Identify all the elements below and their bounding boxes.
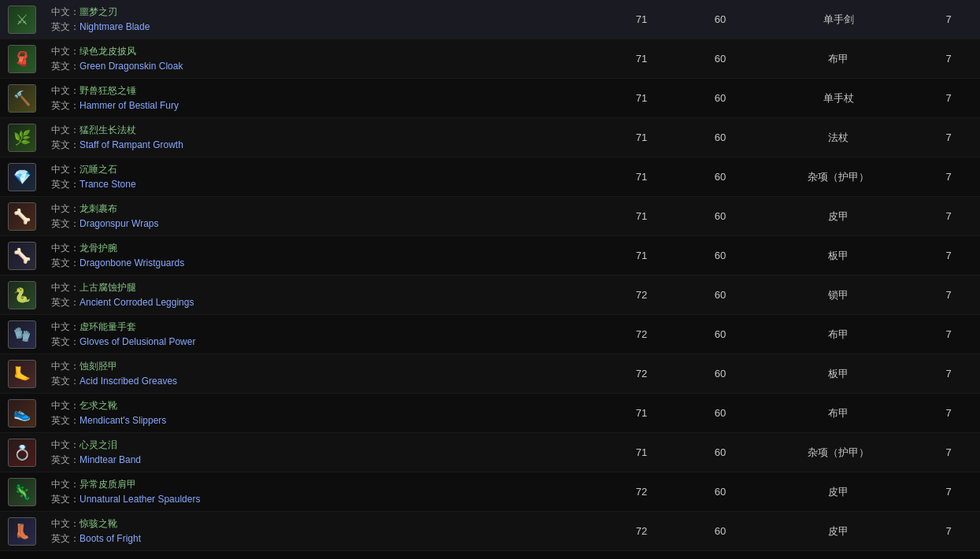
item-req-level: 60 [681,210,760,222]
item-count: 7 [917,53,980,65]
item-name-col: 中文：噩梦之刃 英文：Nightmare Blade [43,1,602,39]
item-req-level: 60 [681,131,760,143]
item-icon-col: 🦴 [0,239,43,273]
item-level: 71 [602,210,681,222]
item-req-level: 60 [681,92,760,104]
item-icon-col: 💎 [0,160,43,194]
table-row[interactable]: ⚔ 中文：噩梦之刃 英文：Nightmare Blade 71 60 单手剑 7 [0,0,980,39]
item-type: 布甲 [760,406,917,420]
item-name-en: 英文：Green Dragonskin Cloak [51,60,594,73]
zh-label: 中文： [51,242,80,254]
zh-label: 中文： [51,400,80,411]
item-req-level: 60 [681,53,760,65]
item-name-en: 英文：Dragonspur Wraps [51,217,594,231]
en-label: 英文： [51,336,80,347]
item-count: 7 [917,446,980,458]
en-label: 英文： [51,415,80,426]
item-name-zh: 中文：龙刺裹布 [51,202,594,216]
table-row[interactable]: 🦎 中文：异常皮质肩甲 英文：Unnatural Leather Spaulde… [0,472,980,512]
table-row[interactable]: 🦴 中文：龙刺裹布 英文：Dragonspur Wraps 71 60 皮甲 7 [0,197,980,236]
item-count: 7 [917,328,980,340]
table-row[interactable]: 🧣 中文：绿色龙皮披风 英文：Green Dragonskin Cloak 71… [0,39,980,79]
table-row[interactable]: 🔨 中文：野兽狂怒之锤 英文：Hammer of Bestial Fury 71… [0,79,980,118]
item-count: 7 [917,210,980,222]
item-type: 单手杖 [760,91,917,106]
item-name-col: 中文：猛烈生长法杖 英文：Staff of Rampant Growth [43,119,602,157]
item-name-en: 英文：Dragonbone Wristguards [51,257,594,270]
item-req-level: 60 [681,407,760,419]
item-name-col: 中文：绿色龙皮披风 英文：Green Dragonskin Cloak [43,40,602,78]
item-icon-col: ⚔ [0,2,43,37]
en-label: 英文： [51,21,80,32]
table-row[interactable]: 🧤 中文：虚环能量手套 英文：Gloves of Delusional Powe… [0,315,980,354]
table-row[interactable]: 🐍 中文：上古腐蚀护腿 英文：Ancient Corroded Leggings… [0,276,980,315]
item-icon-col: 🦴 [0,199,43,234]
zh-label: 中文： [51,518,80,529]
item-req-level: 60 [681,250,760,261]
item-req-level: 60 [681,171,760,183]
item-name-zh: 中文：虚环能量手套 [51,320,594,334]
zh-label: 中文： [51,6,80,17]
item-req-level: 60 [681,289,760,301]
item-name-en: 英文：Gloves of Delusional Power [51,335,594,349]
item-type: 板甲 [760,367,917,381]
item-type: 布甲 [760,52,917,66]
item-name-col: 中文：龙刺裹布 英文：Dragonspur Wraps [43,198,602,235]
item-type: 布甲 [760,328,917,342]
item-name-en: 英文：Ancient Corroded Leggings [51,296,594,309]
en-label: 英文： [51,533,80,544]
item-icon-col: 🧣 [0,42,43,76]
table-row[interactable]: 💍 中文：心灵之泪 英文：Mindtear Band 71 60 杂项（护甲） … [0,433,980,472]
item-icon: 👢 [8,517,36,546]
item-icon: 👟 [8,399,36,428]
item-icon-col: 🦶 [0,357,43,391]
item-icon: 🦎 [8,478,36,506]
item-level: 71 [602,92,681,104]
item-count: 7 [917,368,980,379]
table-row[interactable]: 👟 中文：乞求之靴 英文：Mendicant's Slippers 71 60 … [0,394,980,433]
item-req-level: 60 [681,486,760,498]
item-count: 7 [917,171,980,183]
item-name-en: 英文：Nightmare Blade [51,20,594,34]
en-label: 英文： [51,179,80,190]
item-type: 板甲 [760,249,917,263]
item-type: 皮甲 [760,485,917,499]
table-row[interactable]: 🦴 中文：龙骨护腕 英文：Dragonbone Wristguards 71 6… [0,236,980,276]
table-row[interactable]: 👢 中文：惊骇之靴 英文：Boots of Fright 72 60 皮甲 7 [0,512,980,551]
item-req-level: 60 [681,525,760,537]
item-type: 杂项（护甲） [760,446,917,460]
item-req-level: 60 [681,446,760,458]
item-name-en: 英文：Staff of Rampant Growth [51,139,594,152]
item-icon: 🦴 [8,202,36,231]
table-row[interactable]: 💎 中文：沉睡之石 英文：Trance Stone 71 60 杂项（护甲） 7 [0,157,980,197]
zh-label: 中文： [51,46,80,57]
item-count: 7 [917,407,980,419]
item-name-en: 英文：Boots of Fright [51,532,594,546]
item-req-level: 60 [681,328,760,340]
item-name-en: 英文：Unnatural Leather Spaulders [51,493,594,506]
zh-label: 中文： [51,124,80,135]
en-label: 英文： [51,454,80,465]
item-icon: 💎 [8,163,36,191]
item-count: 7 [917,250,980,261]
item-name-col: 中文：沉睡之石 英文：Trance Stone [43,158,602,196]
table-row[interactable]: 🌿 中文：猛烈生长法杖 英文：Staff of Rampant Growth 7… [0,118,980,157]
en-label: 英文： [51,139,80,150]
item-icon: 🧤 [8,320,36,349]
item-level: 71 [602,407,681,419]
item-name-col: 中文：上古腐蚀护腿 英文：Ancient Corroded Leggings [43,276,602,314]
item-name-zh: 中文：惊骇之靴 [51,517,594,531]
item-name-col: 中文：虚环能量手套 英文：Gloves of Delusional Power [43,316,602,354]
item-level: 72 [602,368,681,379]
item-name-col: 中文：乞求之靴 英文：Mendicant's Slippers [43,394,602,432]
zh-label: 中文： [51,321,80,332]
item-name-zh: 中文：噩梦之刃 [51,6,594,19]
item-icon: 🧣 [8,45,36,73]
item-name-zh: 中文：野兽狂怒之锤 [51,84,594,98]
item-icon-col: 🦎 [0,475,43,509]
table-row[interactable]: 🦶 中文：蚀刻胫甲 英文：Acid Inscribed Greaves 72 6… [0,354,980,394]
en-label: 英文： [51,100,80,111]
en-label: 英文： [51,494,80,505]
item-icon: 🔨 [8,84,36,113]
item-icon-col: 👟 [0,396,43,431]
